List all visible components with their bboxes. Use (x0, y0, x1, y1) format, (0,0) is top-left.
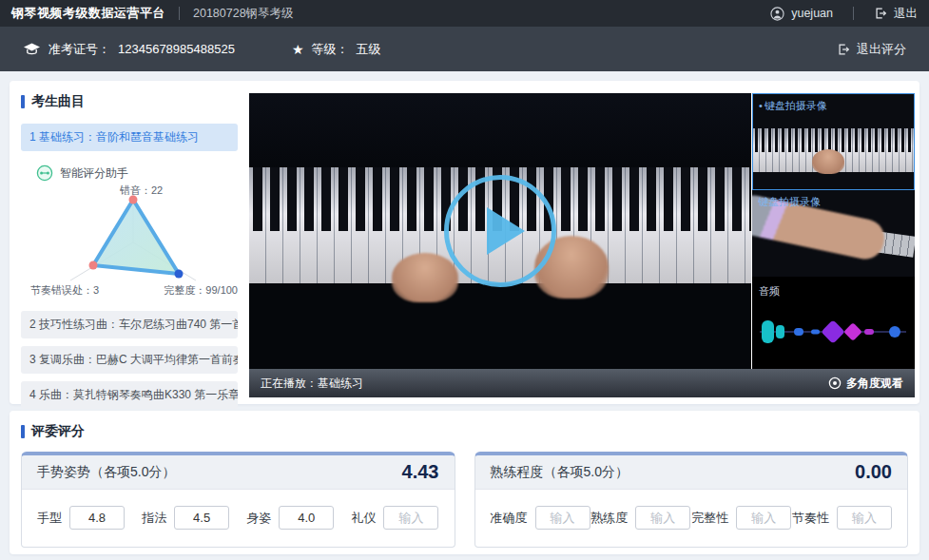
video-status-bar: 正在播放：基础练习 多角度观看 (249, 369, 915, 397)
field-label: 熟练度 (590, 510, 628, 527)
scoring-title-text: 评委评分 (31, 423, 85, 440)
card-total-score: 4.43 (402, 461, 439, 483)
card-title: 手势姿势（各项5.0分） (37, 464, 175, 481)
pianist-left-hand (392, 253, 458, 302)
field-fingering: 指法 (142, 506, 229, 530)
score-input[interactable] (69, 506, 125, 530)
field-label: 准确度 (491, 510, 528, 527)
radar-chart: 错音：22 节奏错误处：3 完整度：99/100 (21, 183, 238, 299)
score-input[interactable] (736, 506, 791, 530)
audio-waveform (756, 315, 910, 349)
radar-svg (21, 183, 238, 299)
multi-angle-icon (828, 377, 842, 390)
track-item-3[interactable]: 3 复调乐曲：巴赫C 大调平均律第一首前奏曲 (21, 346, 238, 374)
gesture-posture-card: 手势姿势（各项5.0分） 4.43 手型 指法 身姿 礼仪 (21, 452, 455, 548)
panel-title: 考生曲目 (21, 93, 238, 110)
camera-1-hand (812, 149, 844, 174)
title-accent-bar (21, 425, 25, 438)
scoring-title: 评委评分 (21, 423, 908, 440)
assistant-label: 智能评分助手 (60, 165, 128, 182)
field-label: 手型 (37, 510, 62, 527)
divider (179, 7, 180, 20)
field-label: 指法 (142, 510, 166, 527)
score-input[interactable] (174, 506, 229, 530)
proficiency-card: 熟练程度（各项5.0分） 0.00 准确度 熟练度 完整性 节奏性 (474, 452, 909, 548)
score-input[interactable] (535, 506, 590, 530)
field-accuracy: 准确度 (491, 506, 590, 530)
logout-button[interactable]: 退出 (894, 6, 918, 22)
graduation-cap-icon (23, 42, 41, 57)
play-icon (487, 207, 525, 255)
field-completeness: 完整性 (691, 506, 791, 530)
field-label: 完整性 (691, 510, 728, 527)
app-title: 钢琴视频考级数据运营平台 (11, 5, 165, 22)
field-posture: 身姿 (246, 506, 334, 530)
field-proficiency: 熟练度 (590, 506, 690, 530)
candidate-tracks-panel: 考生曲目 1 基础练习：音阶和琶音基础练习 智能评分助手 (21, 93, 238, 409)
exit-scoring-label: 退出评分 (857, 41, 906, 58)
smart-scoring-assistant: 智能评分助手 (36, 164, 238, 182)
track-item-2[interactable]: 2 技巧性练习曲：车尔尼练习曲740 第一首 (21, 311, 238, 338)
level-label: 等级： (311, 41, 348, 58)
multi-angle-button[interactable]: 多角度观看 (828, 376, 903, 392)
field-label: 礼仪 (351, 510, 376, 527)
field-label: 身姿 (246, 510, 271, 527)
sub-navbar: 准考证号： 12345678985488525 ★ 等级： 五级 退出评分 (0, 27, 929, 71)
radar-label-rhythm-errors: 节奏错误处：3 (30, 283, 99, 298)
camera-view-1[interactable]: 键盘拍摄录像 (752, 93, 915, 190)
camera-2-label: 键盘拍摄录像 (758, 195, 821, 209)
top-navbar: 钢琴视频考级数据运营平台 20180728钢琴考级 yuejuan 退出 (0, 0, 929, 27)
video-region: 键盘拍摄录像 键盘拍摄录像 音频 (249, 93, 915, 397)
camera-strip: 键盘拍摄录像 键盘拍摄录像 音频 (752, 93, 915, 369)
score-input[interactable] (279, 506, 334, 530)
score-input[interactable] (383, 506, 438, 530)
camera-1-label: 键盘拍摄录像 (759, 99, 827, 113)
audio-label: 音频 (759, 284, 780, 299)
level-group: ★ 等级： 五级 (292, 41, 381, 58)
multi-angle-label: 多角度观看 (846, 376, 903, 392)
audio-panel[interactable]: 音频 (752, 277, 915, 369)
track-item-4[interactable]: 4 乐曲：莫扎特钢琴奏鸣曲K330 第一乐章 (21, 381, 238, 409)
field-hand-shape: 手型 (37, 506, 125, 530)
score-input[interactable] (837, 506, 892, 530)
main-video-player[interactable] (249, 93, 751, 369)
field-etiquette: 礼仪 (351, 506, 438, 530)
exit-scoring-button[interactable]: 退出评分 (837, 41, 906, 58)
title-accent-bar (21, 95, 25, 108)
divider (853, 7, 854, 20)
score-input[interactable] (635, 506, 690, 530)
field-rhythm: 节奏性 (792, 506, 892, 530)
star-icon: ★ (292, 42, 304, 57)
ticket-number: 12345678985488525 (118, 42, 235, 56)
session-name: 20180728钢琴考级 (193, 6, 294, 22)
exit-scoring-icon (837, 43, 850, 56)
assistant-icon (36, 164, 53, 182)
ticket-label: 准考证号： (48, 41, 110, 58)
radar-label-wrong-notes: 错音：22 (120, 183, 163, 198)
exam-main-card: 考生曲目 1 基础练习：音阶和琶音基础练习 智能评分助手 (10, 81, 919, 404)
judge-scoring-section: 评委评分 手势姿势（各项5.0分） 4.43 手型 指法 身姿 (10, 411, 919, 554)
level-value: 五级 (356, 41, 380, 58)
card-total-score: 0.00 (855, 461, 892, 483)
field-label: 节奏性 (792, 510, 829, 527)
ticket-group: 准考证号： 12345678985488525 (23, 41, 235, 58)
radar-label-completeness: 完整度：99/100 (164, 283, 238, 298)
user-icon (770, 7, 784, 21)
panel-title-text: 考生曲目 (31, 93, 85, 110)
now-playing-text: 正在播放：基础练习 (261, 376, 363, 392)
track-item-1[interactable]: 1 基础练习：音阶和琶音基础练习 (21, 124, 238, 151)
logout-icon[interactable] (874, 7, 887, 20)
camera-view-2[interactable]: 键盘拍摄录像 (752, 190, 915, 277)
username: yuejuan (791, 7, 833, 20)
play-button[interactable] (444, 175, 556, 287)
card-title: 熟练程度（各项5.0分） (491, 464, 629, 481)
